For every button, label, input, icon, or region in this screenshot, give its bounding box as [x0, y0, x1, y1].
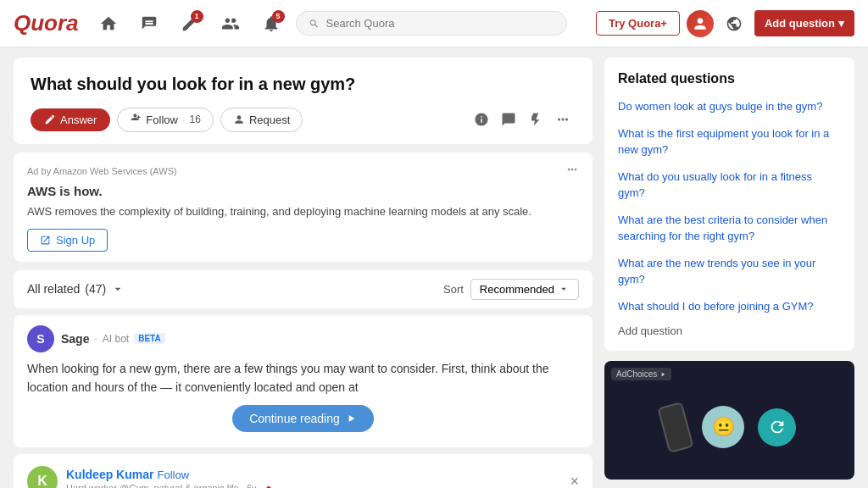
- home-icon: [99, 14, 118, 33]
- related-questions-card: Related questions Do women look at guys …: [604, 58, 854, 351]
- info-button[interactable]: [469, 107, 494, 132]
- search-bar[interactable]: [296, 11, 567, 36]
- user-name[interactable]: Kuldeep Kumar: [66, 468, 153, 481]
- nav-answers[interactable]: [133, 8, 165, 40]
- ad-label: Ad by Amazon Web Services (AWS): [27, 166, 177, 176]
- avatar-icon: [692, 15, 709, 32]
- avatar[interactable]: [687, 10, 714, 37]
- user-answer-card: K Kuldeep Kumar Follow Hard worker @Gym,…: [14, 454, 593, 488]
- phone-object: [657, 402, 693, 453]
- recommended-button[interactable]: Recommended: [470, 279, 579, 300]
- sage-answer-card: S Sage · AI bot BETA When looking for a …: [14, 315, 593, 448]
- question-actions-bar: Answer Follow · 16 Request: [31, 107, 576, 132]
- related-question-4[interactable]: What are the best criteria to consider w…: [618, 212, 841, 245]
- spaces-icon: [221, 14, 240, 33]
- sage-avatar: S: [27, 325, 54, 352]
- search-input[interactable]: [326, 17, 554, 30]
- arrow-right-icon: [345, 413, 357, 424]
- notifications-badge: 5: [272, 10, 285, 23]
- answers-icon: [140, 14, 159, 33]
- ad-choices-icon: [659, 371, 666, 378]
- actions-right-group: [469, 107, 576, 132]
- sage-header: S Sage · AI bot BETA: [14, 315, 593, 359]
- more-icon: [555, 112, 570, 127]
- answer-button[interactable]: Answer: [31, 108, 110, 131]
- sage-name-row: Sage · AI bot BETA: [61, 332, 165, 346]
- sidebar-column: Related questions Do women look at guys …: [604, 58, 854, 488]
- beta-badge: BETA: [134, 333, 164, 344]
- ad-header: Ad by Amazon Web Services (AWS): [27, 163, 579, 179]
- globe-icon: [726, 15, 743, 32]
- nav-spaces[interactable]: [214, 8, 247, 40]
- ad-more-icon: [565, 163, 579, 176]
- related-question-3[interactable]: What do you usually look for in a fitnes…: [618, 169, 841, 202]
- recommended-chevron-icon: [558, 283, 570, 295]
- nav-create[interactable]: 1: [174, 8, 206, 40]
- sage-name: Sage: [61, 332, 89, 346]
- nav-notifications[interactable]: 5: [255, 8, 287, 40]
- nav-home[interactable]: [92, 8, 125, 40]
- user-meta: Hard worker @Gym, natural & organic life…: [66, 483, 262, 488]
- info-icon: [474, 112, 489, 127]
- request-icon: [233, 114, 245, 125]
- globe-button[interactable]: [721, 10, 748, 37]
- ad-more-button[interactable]: [565, 163, 579, 179]
- add-question-link[interactable]: Add question: [618, 324, 841, 337]
- comment-icon: [501, 112, 516, 127]
- refresh-icon: [768, 418, 787, 436]
- main-layout: What should you look for in a new gym? A…: [0, 47, 868, 488]
- comment-button[interactable]: [496, 107, 521, 132]
- related-count: (47): [85, 282, 106, 296]
- sort-label: Sort: [443, 283, 464, 296]
- related-question-1[interactable]: Do women look at guys bulge in the gym?: [618, 98, 841, 115]
- ai-label: ·: [94, 333, 97, 345]
- user-header: K Kuldeep Kumar Follow Hard worker @Gym,…: [27, 466, 579, 488]
- ai-bot-label: AI bot: [103, 333, 129, 345]
- sidebar-ad: AdChoices 😐: [604, 361, 854, 480]
- chevron-down-icon: [111, 282, 125, 296]
- filter-bar: All related (47) Sort Recommended: [14, 270, 593, 308]
- dropdown-arrow-icon: ▾: [838, 17, 844, 30]
- user-info: Kuldeep Kumar Follow Hard worker @Gym, n…: [66, 468, 561, 488]
- pencil-icon: [44, 114, 56, 125]
- filter-right: Sort Recommended: [443, 279, 579, 300]
- logo[interactable]: Quora: [14, 10, 79, 36]
- try-plus-button[interactable]: Try Quora+: [596, 11, 680, 36]
- add-question-button[interactable]: Add question ▾: [754, 10, 854, 36]
- question-card: What should you look for in a new gym? A…: [14, 58, 593, 144]
- question-title: What should you look for in a new gym?: [31, 73, 576, 95]
- ad-card: Ad by Amazon Web Services (AWS) AWS is h…: [14, 152, 593, 262]
- more-button[interactable]: [550, 107, 576, 132]
- content-column: What should you look for in a new gym? A…: [14, 58, 593, 488]
- follow-icon: [130, 114, 142, 125]
- related-questions-title: Related questions: [618, 71, 841, 86]
- ad-title: AWS is how.: [27, 184, 579, 198]
- request-button[interactable]: Request: [220, 108, 303, 132]
- related-question-2[interactable]: What is the first equipment you look for…: [618, 125, 841, 158]
- user-avatar: K: [27, 466, 58, 488]
- continue-reading-button[interactable]: Continue reading: [232, 405, 374, 432]
- follow-button[interactable]: Follow · 16: [117, 108, 214, 132]
- create-badge: 1: [191, 10, 203, 23]
- red-dot: ●: [265, 481, 272, 488]
- emoji-object: 😐: [702, 406, 744, 448]
- header: Quora 1 5 Try Quora+ Add question ▾: [0, 0, 868, 47]
- filter-left[interactable]: All related (47): [27, 282, 125, 296]
- user-follow-link[interactable]: Follow: [157, 469, 189, 481]
- sign-up-button[interactable]: Sign Up: [27, 229, 108, 252]
- search-icon: [309, 18, 320, 30]
- header-right: Try Quora+ Add question ▾: [596, 10, 854, 37]
- external-link-icon: [40, 235, 51, 246]
- ad-choices-label[interactable]: AdChoices: [611, 368, 671, 380]
- related-question-6[interactable]: What should I do before joining a GYM?: [618, 298, 841, 315]
- all-related-label: All related: [27, 282, 80, 296]
- related-question-5[interactable]: What are the new trends you see in your …: [618, 255, 841, 288]
- downvote-button[interactable]: [523, 107, 548, 132]
- downvote-icon: [528, 112, 543, 127]
- follow-separator: ·: [182, 114, 186, 126]
- ad-text: AWS removes the complexity of building, …: [27, 203, 579, 220]
- close-user-card-button[interactable]: ×: [570, 473, 579, 488]
- blob-object: [758, 408, 796, 446]
